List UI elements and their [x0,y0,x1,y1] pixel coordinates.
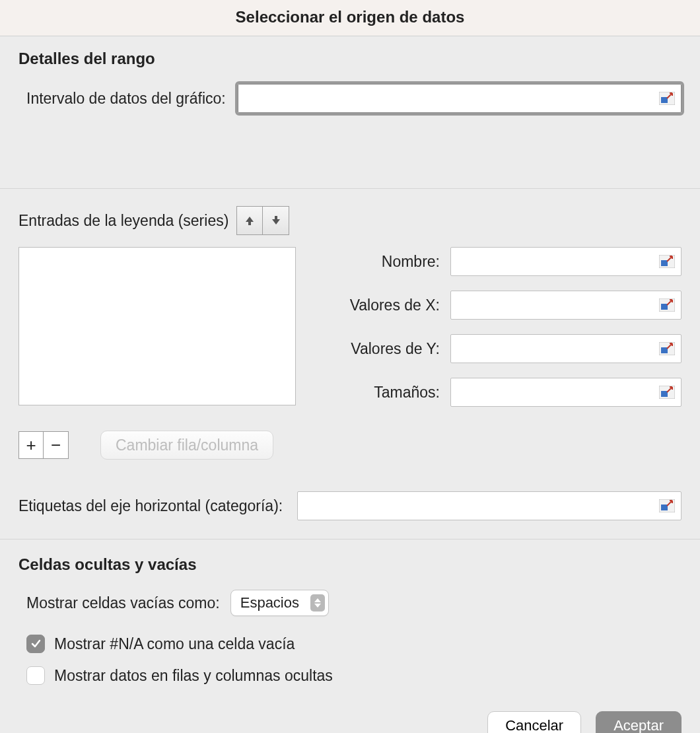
horizontal-axis-labels-input[interactable] [297,491,682,520]
range-details-section: Detalles del rango Intervalo de datos de… [0,36,700,113]
show-hidden-data-label: Mostrar datos en filas y columnas oculta… [54,667,333,685]
chart-data-range-label: Intervalo de datos del gráfico: [26,90,226,108]
remove-series-button[interactable]: − [44,431,69,459]
show-na-as-empty-checkbox[interactable] [26,635,45,653]
range-picker-icon[interactable] [659,92,675,105]
legend-entries-label: Entradas de la leyenda (series) [18,212,236,230]
series-name-label: Nombre: [314,253,440,271]
move-series-up-button[interactable] [236,206,263,235]
horizontal-axis-picker-icon[interactable] [659,499,675,512]
range-details-heading: Detalles del rango [18,50,682,68]
move-series-down-button[interactable] [263,206,289,235]
series-x-input[interactable] [450,291,682,320]
series-x-picker-icon[interactable] [659,298,675,312]
horizontal-axis-labels-label: Etiquetas del eje horizontal (categoría)… [18,497,283,515]
show-empty-label: Mostrar celdas vacías como: [26,594,220,612]
updown-icon [310,594,325,611]
chart-data-range-input[interactable] [238,84,682,113]
series-name-picker-icon[interactable] [659,255,675,268]
series-sizes-picker-icon[interactable] [659,386,675,399]
series-y-input[interactable] [450,334,682,363]
series-sizes-input[interactable] [450,378,682,407]
show-empty-value: Espacios [240,594,299,611]
series-name-input[interactable] [450,247,682,276]
add-series-button[interactable]: + [18,431,44,459]
legend-section: Entradas de la leyenda (series) Nombre: … [0,189,700,520]
series-listbox[interactable] [18,247,296,405]
series-sizes-label: Tamaños: [314,384,440,401]
cancel-button[interactable]: Cancelar [487,711,581,733]
series-y-picker-icon[interactable] [659,342,675,355]
hidden-empty-section: Celdas ocultas y vacías Mostrar celdas v… [0,540,700,685]
series-y-label: Valores de Y: [314,340,440,358]
show-na-as-empty-label: Mostrar #N/A como una celda vacía [54,635,295,653]
switch-row-column-button: Cambiar fila/columna [100,431,273,460]
ok-button[interactable]: Aceptar [596,711,682,733]
dialog-footer: Cancelar Aceptar [0,685,700,733]
show-hidden-data-checkbox[interactable] [26,666,45,685]
dialog-title: Seleccionar el origen de datos [0,0,700,36]
hidden-empty-heading: Celdas ocultas y vacías [18,555,682,574]
series-x-label: Valores de X: [314,297,440,314]
